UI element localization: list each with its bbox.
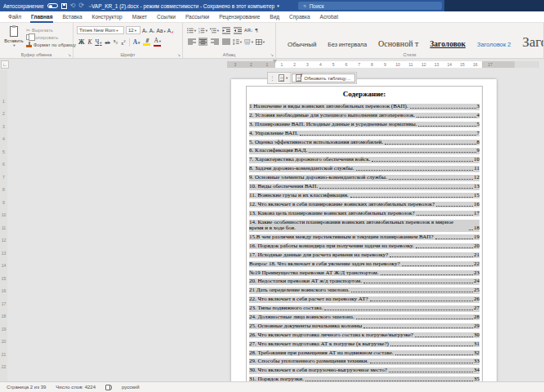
menu-tab-8[interactable]: Рецензирование [214, 11, 265, 23]
word-count[interactable]: Число слов: 4224 [56, 385, 96, 390]
superscript-button[interactable]: x2 [121, 39, 126, 46]
toc-entry-20[interactable]: 20. Недостатки превозки АТ ж/д транспорт… [249, 278, 479, 285]
redo-icon[interactable]: ⟳ [78, 2, 84, 9]
numbered-list-icon[interactable] [198, 26, 207, 34]
toc-entry-26[interactable]: 26. Что включает подготовка личного сост… [249, 332, 479, 339]
menu-tab-5[interactable]: Макет [127, 11, 152, 23]
toc-entry-8[interactable]: 8. Задачи дорожно-комендантской службы. … [249, 166, 479, 172]
line-spacing-icon[interactable] [233, 38, 242, 46]
style-chip-1[interactable]: Обычный [288, 41, 316, 48]
toc-entry-2[interactable]: 2. Условия необходимые для успешного вып… [249, 113, 479, 119]
update-table-button[interactable]: Обновить таблицу… [292, 74, 354, 82]
show-formatting-button[interactable]: ¶ [255, 27, 257, 33]
paste-button[interactable]: Вставить [3, 26, 25, 51]
save-icon[interactable] [61, 3, 67, 9]
change-case-button[interactable]: Аа [156, 28, 165, 33]
menu-tab-3[interactable]: Вставка [57, 11, 87, 23]
font-family-select[interactable]: Times New Rom [77, 26, 124, 34]
document-page[interactable]: ⋮ Обновить таблицу… Содержание: 1 Назнач… [231, 79, 497, 381]
italic-button[interactable]: К [87, 38, 91, 46]
justify-icon[interactable] [221, 38, 230, 46]
toc-entry-24[interactable]: 24. Должностные лица воинского эшелона. … [249, 314, 479, 321]
toc-entry-30[interactable]: 30. Что включает в себя погрузочно-выгру… [249, 368, 479, 374]
strikethrough-button[interactable]: ab [105, 39, 110, 45]
font-color-button[interactable]: А [154, 38, 161, 47]
bold-button[interactable]: Ж [78, 38, 84, 46]
style-chip-6[interactable]: Заголс [523, 34, 544, 51]
style-chip-5[interactable]: Заголовок 2 [477, 41, 511, 48]
undo-icon[interactable]: ⟲ [70, 2, 76, 9]
cut-button[interactable]: ✂ Вырезать [26, 27, 76, 33]
menu-tab-6[interactable]: Ссылки [152, 11, 181, 23]
toc-options-button[interactable] [276, 73, 291, 83]
paragraph-dialog-launcher[interactable]: ↘ [270, 52, 274, 57]
increase-indent-icon[interactable] [233, 26, 242, 34]
toc-entry-14[interactable]: 14. Какие особенности планирования воинс… [249, 220, 479, 232]
toc-entry-6[interactable]: 6. Классификация ВАД. 9 [249, 148, 479, 154]
toc-entry-16[interactable]: 16. Порядок работы командира при получен… [249, 243, 479, 250]
tab-selector[interactable]: ∟ [1, 60, 9, 69]
toc-entry-15[interactable]: 15.В чем различия между перспективным и … [249, 234, 479, 241]
text-effects-button[interactable]: А [133, 38, 140, 46]
align-right-icon[interactable] [210, 38, 219, 46]
toc-entry-17[interactable]: 17. Исходные данные для расчета времени … [249, 252, 479, 259]
style-chip-4[interactable]: Заголовок [430, 40, 466, 48]
toc-entry-25[interactable]: 25. Основные документы начальника колонн… [249, 323, 479, 330]
toc-entry-28[interactable]: 28. Требования при размещения АТ на подв… [249, 350, 479, 357]
toc-entry-18[interactable]: Вопрос 18. Что включает в себя уяснение … [249, 261, 479, 268]
clipboard-dialog-launcher[interactable]: ↘ [68, 52, 71, 57]
toc-entry-5[interactable]: 5. Оценка эффективности использования ав… [249, 140, 479, 146]
style-chip-3[interactable]: Основной т [378, 39, 418, 48]
style-chip-2[interactable]: Без интервала [328, 42, 367, 47]
search-box[interactable]: ⌕ Поиск [298, 2, 442, 10]
shading-icon[interactable] [244, 38, 253, 46]
document-title[interactable]: VAP_KR_1 (2).docx - режим совместимости … [91, 0, 279, 11]
toc-entry-13[interactable]: 13. Какова цель планирование воинских ав… [249, 211, 479, 217]
toc-entry-27[interactable]: 27. Что включает подготовка АТ к погрузк… [249, 341, 479, 348]
toc-entry-12[interactable]: 12. Что включает в себя планирование вои… [249, 202, 479, 208]
clear-formatting-button[interactable]: А◢ [167, 28, 173, 33]
toc-entry-4[interactable]: 4. Управление ВАП. 7 [249, 131, 479, 137]
page-indicator[interactable]: Страница 2 из 39 [7, 385, 46, 390]
toc-entry-22[interactable]: 22. Что включает в себя расчет на перево… [249, 296, 479, 303]
menu-tab-9[interactable]: Вид [265, 11, 284, 23]
menu-tab-2[interactable]: Главная [26, 11, 57, 23]
bullet-list-icon[interactable] [187, 26, 196, 34]
highlight-color-button[interactable] [143, 38, 150, 46]
menu-tab-4[interactable]: Конструктор [87, 11, 127, 23]
toc-entry-7[interactable]: 7. Характеристика дорожного обеспечения … [249, 157, 479, 163]
borders-icon[interactable] [256, 38, 265, 46]
menu-tab-1[interactable]: Файл [3, 11, 26, 23]
grip-icon[interactable]: ⋮ [268, 73, 276, 83]
align-left-icon[interactable] [187, 38, 196, 46]
copy-icon [26, 34, 31, 40]
decrease-indent-icon[interactable] [221, 26, 230, 34]
toc-entry-9[interactable]: 9. Основные элементы дорожно-комендантск… [249, 175, 479, 181]
toc-entry-21[interactable]: 21 Дать определение воинского эшелона. 2… [249, 287, 479, 294]
sort-button[interactable]: АЯ↓ [244, 28, 252, 33]
shrink-font-button[interactable]: А˅ [149, 28, 155, 33]
menu-tab-10[interactable]: Справка [284, 11, 315, 23]
toc-entry-10[interactable]: 10. Виды обеспечения ВАП. 13 [249, 184, 479, 190]
grow-font-button[interactable]: А˄ [142, 28, 148, 33]
multilevel-list-icon[interactable] [210, 26, 219, 34]
font-dialog-launcher[interactable]: ↘ [177, 52, 181, 57]
menu-tab-11[interactable]: Acrobat [315, 11, 343, 23]
align-center-icon[interactable] [198, 38, 207, 46]
toc-entry-29[interactable]: 29. Способы уплотненного размещения техн… [249, 359, 479, 365]
toc-entry-1[interactable]: 1 Назначение и виды воинских автомобильн… [249, 104, 479, 110]
font-size-select[interactable]: 12 [126, 26, 140, 34]
toc-entry-3[interactable]: 3. Планирование ВАП. Исходные данные и у… [249, 122, 479, 128]
proofing-icon[interactable] [105, 385, 112, 390]
autosave-toggle[interactable] [47, 3, 58, 8]
subscript-button[interactable]: x2 [114, 38, 118, 45]
language-indicator[interactable]: русский [122, 385, 140, 390]
format-painter-button[interactable]: Формат по образцу [26, 42, 76, 47]
underline-button[interactable]: Ч [95, 38, 101, 46]
toc-entry-23[interactable]: 23. Типы подвижного состава. 27 [249, 305, 479, 312]
copy-button[interactable]: Копировать [26, 34, 76, 40]
scissors-icon: ✂ [26, 27, 30, 33]
toc-entry-19[interactable]: №19 Преимущества перевозки АТ Ж/Д трансп… [249, 270, 479, 277]
toc-entry-11[interactable]: 11. Воинские грузы и их классификация. 1… [249, 193, 479, 199]
menu-tab-7[interactable]: Рассылки [181, 11, 214, 23]
